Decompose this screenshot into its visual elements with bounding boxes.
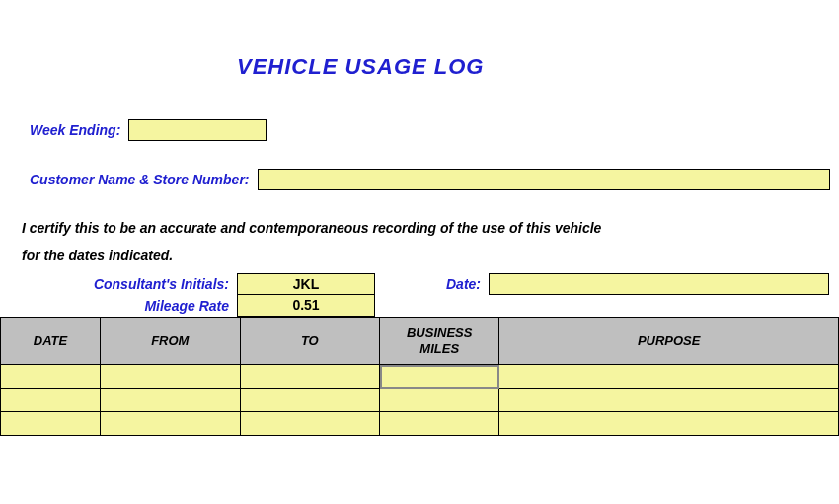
- header-date: DATE: [1, 318, 101, 365]
- cell-to[interactable]: [240, 389, 380, 412]
- cell-purpose[interactable]: [499, 412, 839, 436]
- week-ending-row: Week Ending:: [30, 119, 839, 141]
- consultant-initials-label: Consultant's Initials:: [0, 273, 237, 295]
- page-title-wrap: VEHICLE USAGE LOG: [237, 54, 839, 80]
- page-title: VEHICLE USAGE LOG: [237, 54, 484, 79]
- table-header-row: DATE FROM TO BUSINESS MILES PURPOSE: [1, 318, 839, 365]
- header-miles-top: BUSINESS: [407, 325, 472, 340]
- cell-date[interactable]: [1, 389, 101, 412]
- cell-miles[interactable]: [380, 365, 499, 389]
- week-ending-input[interactable]: [128, 119, 267, 141]
- vehicle-usage-log-form: VEHICLE USAGE LOG Week Ending: Customer …: [0, 54, 839, 436]
- header-to: TO: [240, 318, 380, 365]
- mileage-rate-label: Mileage Rate: [0, 295, 237, 317]
- week-ending-label: Week Ending:: [30, 122, 120, 138]
- date-label: Date:: [375, 273, 489, 295]
- cell-to[interactable]: [240, 365, 380, 389]
- header-miles-bottom: MILES: [420, 341, 459, 356]
- cell-date[interactable]: [1, 365, 101, 389]
- date-input[interactable]: [489, 273, 829, 295]
- cell-miles[interactable]: [380, 412, 499, 436]
- cell-to[interactable]: [240, 412, 380, 436]
- header-from: FROM: [101, 318, 241, 365]
- table-row: [1, 365, 839, 389]
- cell-from[interactable]: [101, 389, 241, 412]
- mileage-row: Mileage Rate 0.51: [0, 295, 839, 317]
- cell-purpose[interactable]: [499, 389, 839, 412]
- customer-row: Customer Name & Store Number:: [30, 169, 839, 190]
- table-row: [1, 412, 839, 436]
- customer-label: Customer Name & Store Number:: [30, 172, 250, 187]
- consultant-row: Consultant's Initials: JKL Date:: [0, 273, 839, 295]
- consultant-initials-input[interactable]: JKL: [237, 273, 375, 295]
- cell-purpose[interactable]: [499, 365, 839, 389]
- cell-date[interactable]: [1, 412, 101, 436]
- cell-from[interactable]: [101, 412, 241, 436]
- header-business-miles: BUSINESS MILES: [380, 318, 499, 365]
- mileage-rate-input[interactable]: 0.51: [237, 295, 375, 317]
- cell-miles[interactable]: [380, 389, 499, 412]
- usage-log-table: DATE FROM TO BUSINESS MILES PURPOSE: [0, 317, 839, 436]
- header-purpose: PURPOSE: [499, 318, 839, 365]
- cell-from[interactable]: [101, 365, 241, 389]
- customer-input[interactable]: [258, 169, 830, 190]
- certification-line1: I certify this to be an accurate and con…: [22, 220, 839, 236]
- table-row: [1, 389, 839, 412]
- certification-line2: for the dates indicated.: [22, 248, 839, 263]
